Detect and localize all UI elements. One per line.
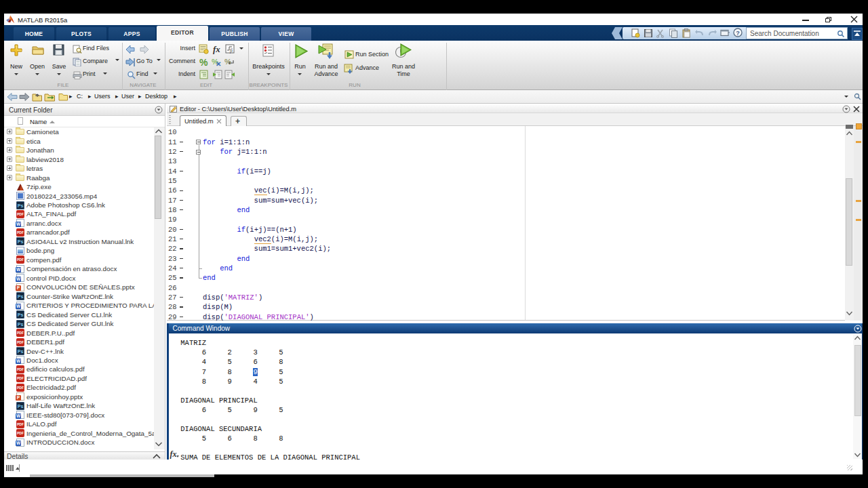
svg-text:fi: fi [230, 47, 233, 54]
svg-text:%: % [224, 58, 231, 66]
svg-text:?: ? [736, 30, 740, 37]
svg-text:%: % [199, 57, 208, 67]
svg-text:fx: fx [213, 44, 220, 54]
svg-text:✕: ✕ [216, 60, 221, 67]
